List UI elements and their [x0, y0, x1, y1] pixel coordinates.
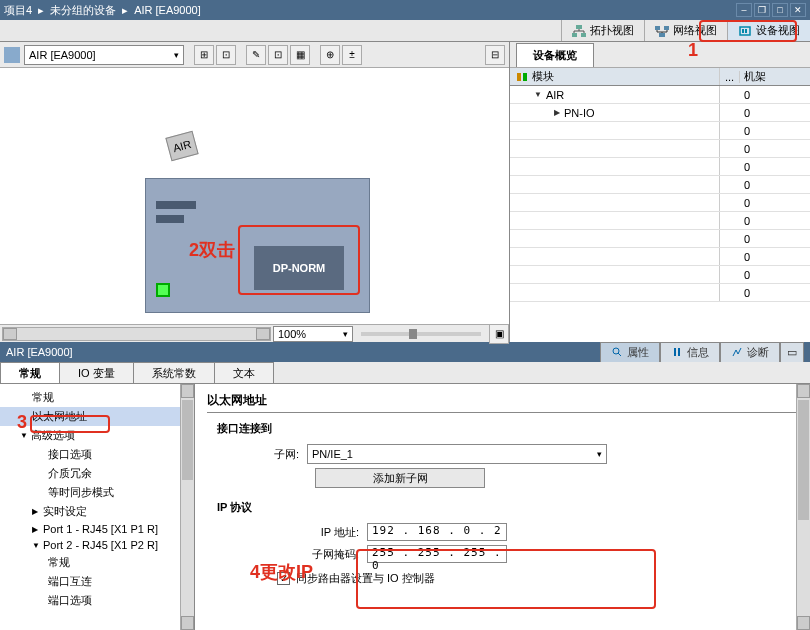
tree-port2-interconnect[interactable]: 端口互连 — [0, 572, 194, 591]
tree-advanced-options[interactable]: ▼高级选项 — [0, 426, 194, 445]
tree-port2[interactable]: ▼Port 2 - RJ45 [X1 P2 R] — [0, 537, 194, 553]
tree-isochronous-mode[interactable]: 等时同步模式 — [0, 483, 194, 502]
view-tabs-row: 拓扑视图 网络视图 设备视图 — [0, 20, 810, 42]
window-title-bar: 项目4 ▸ 未分组的设备 ▸ AIR [EA9000] – ❐ □ ✕ — [0, 0, 810, 20]
zoom-in-button[interactable]: ⊕ — [320, 45, 340, 65]
device-select[interactable]: AIR [EA9000] — [24, 45, 184, 65]
tab-io-variables[interactable]: IO 变量 — [59, 362, 134, 383]
tab-general[interactable]: 常规 — [0, 362, 60, 383]
table-row[interactable]: 0 — [510, 194, 810, 212]
breadcrumb-2: 未分组的设备 — [50, 3, 116, 18]
canvas-pane: AIR [EA9000] ⊞ ⊡ ✎ ⊡ ▦ ⊕ ± ⊟ AIR DP-NO — [0, 42, 510, 342]
zoom-slider[interactable] — [361, 332, 481, 336]
table-row[interactable]: 0 — [510, 140, 810, 158]
section-ethernet: 以太网地址 — [207, 392, 798, 413]
detail-scrollbar[interactable] — [796, 384, 810, 630]
tab-network-view[interactable]: 网络视图 — [644, 20, 727, 41]
section-interface-connect: 接口连接到 — [217, 421, 798, 436]
toolbar-btn-dock[interactable]: ⊟ — [485, 45, 505, 65]
svg-rect-3 — [655, 26, 660, 30]
toolbar-btn-5[interactable]: ▦ — [290, 45, 310, 65]
tree-port1[interactable]: ▶Port 1 - RJ45 [X1 P1 R] — [0, 521, 194, 537]
table-row[interactable]: 0 — [510, 248, 810, 266]
svg-rect-2 — [581, 33, 586, 37]
table-row[interactable]: 0 — [510, 122, 810, 140]
sync-router-checkbox[interactable]: ✓ — [277, 572, 290, 585]
maximize-button[interactable]: □ — [772, 3, 788, 17]
zoom-reset-button[interactable]: ± — [342, 45, 362, 65]
close-button[interactable]: ✕ — [790, 3, 806, 17]
tree-media-redundancy[interactable]: 介质冗余 — [0, 464, 194, 483]
expand-arrow[interactable]: ▶ — [554, 108, 560, 117]
dp-norm-slot[interactable]: DP-NORM — [254, 246, 344, 290]
tree-realtime-settings[interactable]: ▶实时设定 — [0, 502, 194, 521]
tab-topology-view[interactable]: 拓扑视图 — [561, 20, 644, 41]
network-icon — [655, 25, 669, 37]
properties-icon — [611, 346, 623, 358]
svg-rect-1 — [572, 33, 577, 37]
device-tag[interactable]: AIR — [165, 131, 198, 161]
svg-rect-8 — [745, 29, 747, 33]
property-content: 常规 以太网地址 ▼高级选项 接口选项 介质冗余 等时同步模式 ▶实时设定 ▶P… — [0, 384, 810, 630]
table-row[interactable]: 0 — [510, 230, 810, 248]
table-row[interactable]: ▶PN-IO 0 — [510, 104, 810, 122]
tab-device-view[interactable]: 设备视图 — [727, 20, 810, 41]
minimize-button[interactable]: – — [736, 3, 752, 17]
overview-table: 模块 ... 机架 ▼AIR 0 ▶PN-IO 0 0 0 0 0 0 0 0 … — [510, 68, 810, 342]
tab-diagnostics[interactable]: 诊断 — [720, 342, 780, 363]
table-row[interactable]: 0 — [510, 176, 810, 194]
zoom-bar: 100% ▣ — [0, 324, 509, 342]
table-row[interactable]: 0 — [510, 284, 810, 302]
property-panel: 常规 IO 变量 系统常数 文本 常规 以太网地址 ▼高级选项 接口选项 介质冗… — [0, 362, 810, 630]
svg-rect-13 — [678, 348, 680, 356]
ip-address-input[interactable]: 192 . 168 . 0 . 2 — [367, 523, 507, 541]
topology-icon — [572, 25, 586, 37]
ip-address-label: IP 地址: — [277, 525, 367, 540]
tab-texts[interactable]: 文本 — [214, 362, 274, 383]
status-led — [156, 283, 170, 297]
toolbar-btn-4[interactable]: ⊡ — [268, 45, 288, 65]
tree-ethernet-address[interactable]: 以太网地址 — [0, 407, 194, 426]
info-icon — [671, 346, 683, 358]
restore-button[interactable]: ❐ — [754, 3, 770, 17]
add-subnet-button[interactable]: 添加新子网 — [315, 468, 485, 488]
property-main-tabs: 常规 IO 变量 系统常数 文本 — [0, 362, 810, 384]
svg-rect-9 — [517, 73, 521, 81]
tree-scrollbar[interactable] — [180, 384, 194, 630]
tree-interface-options[interactable]: 接口选项 — [0, 445, 194, 464]
table-row[interactable]: 0 — [510, 158, 810, 176]
svg-rect-0 — [576, 25, 582, 29]
toolbar-btn-2[interactable]: ⊡ — [216, 45, 236, 65]
tab-info[interactable]: 信息 — [660, 342, 720, 363]
toolbar-btn-1[interactable]: ⊞ — [194, 45, 214, 65]
device-module-box[interactable]: DP-NORM — [145, 178, 370, 313]
tree-port2-general[interactable]: 常规 — [0, 553, 194, 572]
tree-general[interactable]: 常规 — [0, 388, 194, 407]
section-ip-protocol: IP 协议 — [217, 500, 798, 515]
svg-rect-12 — [674, 348, 676, 356]
expand-arrow[interactable]: ▼ — [534, 90, 542, 99]
table-row[interactable]: 0 — [510, 212, 810, 230]
tab-system-constants[interactable]: 系统常数 — [133, 362, 215, 383]
toolbar-btn-3[interactable]: ✎ — [246, 45, 266, 65]
horizontal-scrollbar[interactable] — [2, 327, 271, 341]
subnet-mask-input[interactable]: 255 . 255 . 255 . 0 — [367, 545, 507, 563]
overview-tab[interactable]: 设备概览 — [516, 43, 594, 67]
device-toolbar: AIR [EA9000] ⊞ ⊡ ✎ ⊡ ▦ ⊕ ± ⊟ — [0, 42, 509, 68]
breadcrumb-sep: ▸ — [122, 4, 128, 17]
property-tree: 常规 以太网地址 ▼高级选项 接口选项 介质冗余 等时同步模式 ▶实时设定 ▶P… — [0, 384, 195, 630]
tab-properties[interactable]: 属性 — [600, 342, 660, 363]
table-row[interactable]: 0 — [510, 266, 810, 284]
tree-port2-options[interactable]: 端口选项 — [0, 591, 194, 610]
subnet-select[interactable]: PN/IE_1 — [307, 444, 607, 464]
zoom-fit-button[interactable]: ▣ — [489, 324, 509, 344]
device-nav-icon[interactable] — [4, 47, 20, 63]
zoom-select[interactable]: 100% — [273, 326, 353, 342]
device-canvas[interactable]: AIR DP-NORM — [0, 68, 509, 324]
breadcrumb-1: 项目4 — [4, 3, 32, 18]
overview-header-row: 模块 ... 机架 — [510, 68, 810, 86]
svg-rect-10 — [523, 73, 527, 81]
panel-dock-button[interactable]: ▭ — [780, 342, 804, 363]
table-row[interactable]: ▼AIR 0 — [510, 86, 810, 104]
property-title-bar: AIR [EA9000] 属性 信息 诊断 ▭ — [0, 342, 810, 362]
